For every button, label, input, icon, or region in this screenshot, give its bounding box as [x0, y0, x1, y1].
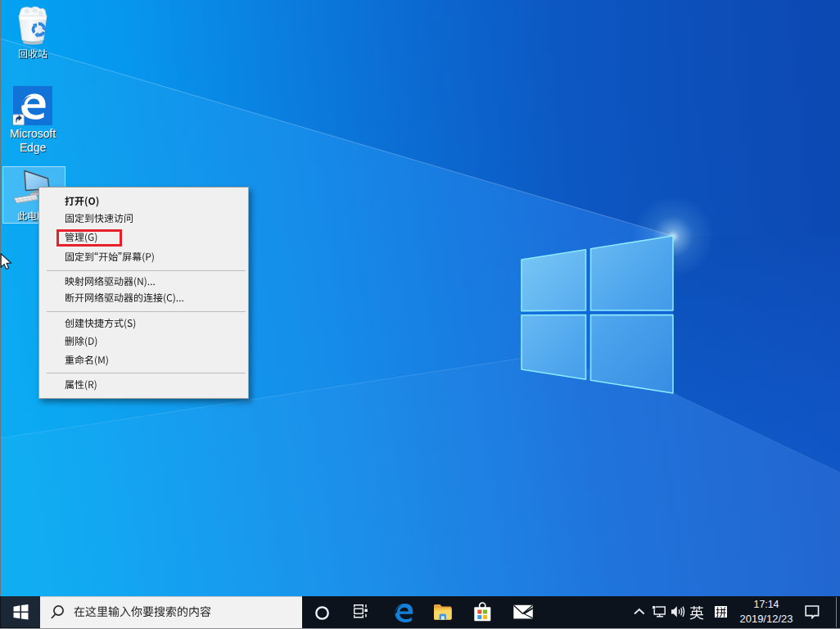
svg-text:Microsoft: Microsoft: [10, 128, 56, 140]
svg-text:17:14: 17:14: [753, 599, 779, 610]
svg-text:2019/12/23: 2019/12/23: [739, 613, 793, 625]
svg-text:Edge: Edge: [20, 142, 47, 154]
